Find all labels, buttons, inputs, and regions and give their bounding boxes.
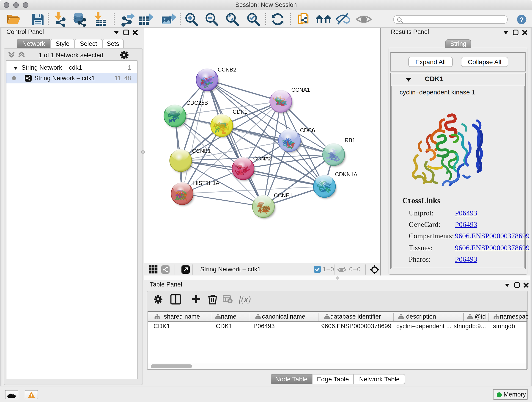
svg-text:CCNB2: CCNB2: [218, 66, 236, 73]
svg-text:?: ?: [520, 16, 524, 23]
svg-text:CCNB1: CCNB1: [192, 148, 211, 154]
svg-text:CCNA1: CCNA1: [291, 87, 310, 93]
svg-text:CCNE1: CCNE1: [274, 192, 293, 198]
svg-text:CDKN1A: CDKN1A: [335, 171, 357, 177]
svg-text:HIST1H1A: HIST1H1A: [193, 180, 220, 186]
svg-text:f(x): f(x): [239, 294, 251, 304]
svg-text:CDC6: CDC6: [300, 127, 315, 133]
svg-text:CCNA2: CCNA2: [253, 155, 272, 162]
svg-text:CDK1: CDK1: [233, 109, 247, 115]
svg-text:CDC25B: CDC25B: [186, 100, 208, 106]
svg-text:RB1: RB1: [345, 137, 355, 143]
